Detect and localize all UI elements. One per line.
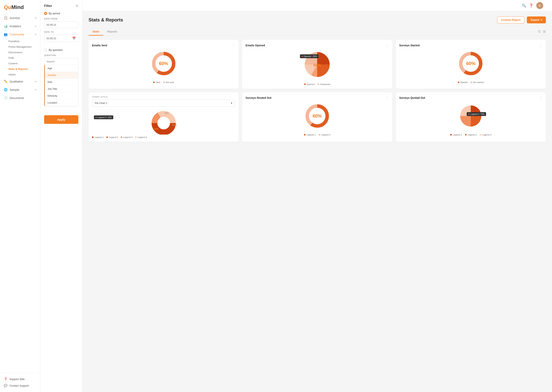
surveys-icon: 📋	[4, 16, 8, 20]
sidebar-item-admin[interactable]: Admin	[8, 72, 40, 77]
question-dropdown[interactable]: ▲ Age Gender Diet Job Title Ethnicity Lo…	[44, 58, 78, 106]
dropdown-item-gender[interactable]: Gender	[45, 72, 78, 79]
sidebar-item-documents[interactable]: 📄 Documents	[0, 94, 40, 102]
surveys-started-percentage: 60%	[466, 61, 475, 66]
search-input[interactable]	[47, 60, 78, 63]
sidebar-item-content[interactable]: Content	[8, 61, 40, 66]
svg-text:60%: 60%	[172, 124, 177, 126]
dropdown-item-job-title[interactable]: Job Title	[45, 85, 78, 92]
dropdown-item-age[interactable]: Age	[45, 65, 78, 72]
by-question-radio-dot	[44, 49, 47, 51]
tab-reports[interactable]: Reports	[103, 28, 121, 35]
support-wiki-item[interactable]: ❓ Support Wiki	[4, 376, 36, 382]
svg-text:20%: 20%	[164, 112, 169, 114]
emails-opened-menu[interactable]: ⋮	[385, 43, 389, 48]
chevron-down-icon: ▾	[35, 25, 36, 28]
date-from-value: 02.05.21	[47, 23, 56, 26]
filter-close-button[interactable]: ✕	[75, 4, 78, 8]
sidebar-item-stats-reports[interactable]: Stats & Reports	[8, 66, 40, 72]
contact-support-label: Contact Support	[9, 384, 29, 387]
apply-button[interactable]: Apply	[44, 115, 78, 124]
legend-unopened: Unopened	[318, 83, 330, 85]
help-icon[interactable]: ❓	[529, 3, 533, 8]
surveys-routed-out-menu[interactable]: ⋮	[385, 96, 389, 100]
emails-opened-card: Emails Opened ⋮	[242, 40, 392, 89]
surveys-started-legend: Started Not started	[458, 81, 484, 84]
chart-style-value: Pie Chart 1	[95, 102, 107, 105]
tooltip-text: Legend 4: 16%	[98, 116, 112, 119]
topbar: 🔍 ❓ U ′	[82, 0, 552, 11]
date-from-input[interactable]: 02.05.21	[44, 21, 78, 28]
sidebar-item-panellists[interactable]: Panellists	[8, 38, 40, 44]
logo[interactable]: QuMind	[0, 0, 40, 14]
filter-panel: Filter ✕ By period DATE FROM 02.05.21 DA…	[40, 0, 82, 392]
sidebar-item-community[interactable]: 👥 Community ▾	[0, 30, 40, 38]
export-button[interactable]: Export ▾	[527, 16, 546, 23]
surveys-quotad-out-title: Surveys Quotad Out	[399, 96, 425, 99]
emails-opened-title: Emails Opened	[246, 44, 265, 47]
legend-2: Legend 2	[106, 136, 118, 138]
legend-sent-dot	[153, 82, 155, 83]
legend-4: Legend 4	[135, 136, 147, 138]
dropdown-item-diet[interactable]: Diet	[45, 79, 78, 85]
search-input-row: ▲	[44, 58, 78, 65]
sidebar-item-analytics[interactable]: 📊 Analytics ▾	[0, 22, 40, 30]
legend-unopened-label: Unopened	[320, 83, 330, 85]
sidebar-label-community: Community	[10, 33, 24, 36]
by-question-radio[interactable]: By question	[44, 49, 78, 51]
filter-icon[interactable]: ⊞	[543, 29, 546, 34]
emails-sent-donut: 60%	[150, 50, 177, 77]
surveys-quotad-out-menu[interactable]: ⋮	[539, 96, 542, 100]
user-avatar[interactable]: U	[536, 2, 543, 9]
surveys-started-chart: 60% Started Not started	[399, 50, 542, 84]
legend-started: Started	[458, 81, 467, 84]
legend-not-sent: Not sent	[163, 81, 174, 84]
sidebar-item-points-management[interactable]: Points Management	[8, 44, 40, 49]
dropdown-item-location[interactable]: Location	[45, 99, 78, 106]
filter-footer: Apply	[44, 112, 78, 124]
legend-1: Legend 1	[92, 136, 104, 138]
legend-opened-dot	[304, 84, 306, 85]
date-to-input[interactable]: 02.05.21 📅	[44, 35, 78, 42]
date-to-label: DATE TO	[44, 31, 78, 33]
content-area: Stats & Reports Custom Report Export ▾ S…	[82, 11, 552, 392]
tab-icons: ⇅ ⊞	[538, 29, 546, 34]
surveys-quotad-out-header: Surveys Quotad Out ⋮	[399, 96, 542, 100]
search-icon[interactable]: 🔍	[522, 3, 526, 8]
emails-sent-legend: Sent Not sent	[153, 81, 174, 84]
chevron-down-icon: ▾	[231, 102, 232, 105]
community-icon: 👥	[4, 33, 8, 36]
tab-stats[interactable]: Stats	[88, 28, 103, 35]
sidebar-item-qualitative[interactable]: ✏️ Qualitative ▾	[0, 77, 40, 85]
quotad-legend-1: Legend 1	[450, 133, 462, 136]
surveys-routed-out-percentage: 60%	[312, 113, 322, 119]
quotad-tooltip: Legend 2: 70%	[467, 112, 486, 116]
by-period-radio-dot	[44, 12, 47, 15]
surveys-started-donut: 60%	[457, 50, 484, 77]
surveys-started-menu[interactable]: ⋮	[539, 43, 542, 48]
sidebar-item-discussions[interactable]: Discussions	[8, 49, 40, 55]
by-period-radio[interactable]: By period	[44, 12, 78, 15]
svg-text:84%: 84%	[313, 63, 321, 67]
surveys-routed-out-card: Surveys Routed Out ⋮ 60% Lege	[242, 92, 392, 142]
legend-sent-label: Sent	[156, 81, 160, 84]
dropdown-item-ethnicity[interactable]: Ethnicity	[45, 92, 78, 99]
emails-opened-donut: 84% Opened : 80%	[303, 50, 332, 79]
sidebar-item-polls[interactable]: Polls	[8, 55, 40, 61]
surveys-started-header: Surveys Started ⋮	[399, 43, 542, 48]
emails-sent-menu[interactable]: ⋮	[232, 43, 235, 48]
contact-support-item[interactable]: 💬 Contact Support	[4, 382, 36, 389]
sidebar-item-surveys[interactable]: 📋 Surveys ▾	[0, 14, 40, 22]
chart-style-select[interactable]: Pie Chart 1 ▾	[92, 99, 235, 107]
tooltip-dot	[301, 56, 303, 57]
analytics-icon: 📊	[4, 24, 8, 28]
quotad-legend-2: Legend 2	[465, 133, 477, 136]
tooltip-label: Opened : 80%	[304, 55, 317, 57]
legend-not-started-dot	[471, 82, 472, 83]
sidebar-item-sample[interactable]: 🌐 Sample ▾	[0, 85, 40, 94]
surveys-quotad-out-chart: Legend 2: 70% Legend 1 Legend 2	[399, 103, 542, 136]
support-wiki-icon: ❓	[4, 378, 7, 381]
sort-icon[interactable]: ⇅	[538, 29, 541, 34]
question-label: QUESTION	[44, 54, 78, 56]
custom-report-button[interactable]: Custom Report	[497, 16, 525, 23]
